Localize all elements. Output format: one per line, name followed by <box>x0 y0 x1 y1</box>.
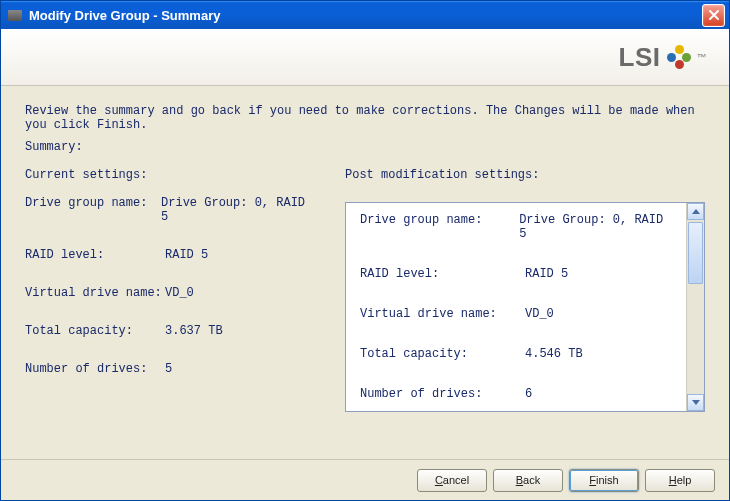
titlebar: Modify Drive Group - Summary <box>1 1 729 29</box>
summary-label: Summary: <box>25 140 705 154</box>
help-button[interactable]: Help <box>645 469 715 492</box>
current-raid-level-row: RAID level: RAID 5 <box>25 248 315 262</box>
field-value: 5 <box>165 362 172 376</box>
field-value: RAID 5 <box>165 248 208 262</box>
field-value: 3.637 TB <box>165 324 223 338</box>
field-value: VD_0 <box>525 307 554 321</box>
field-label: Virtual drive name: <box>360 307 525 321</box>
btn-back-rest: ack <box>523 474 540 486</box>
post-settings-panel: Post modification settings: Drive group … <box>345 168 705 412</box>
post-vd-name-row: Virtual drive name: VD_0 <box>360 307 672 321</box>
current-drives-row: Number of drives: 5 <box>25 362 315 376</box>
scroll-down-button[interactable] <box>687 394 704 411</box>
trademark-icon: ™ <box>697 52 708 63</box>
field-value: Drive Group: 0, RAID 5 <box>161 196 315 224</box>
current-vd-name-row: Virtual drive name: VD_0 <box>25 286 315 300</box>
scroll-up-button[interactable] <box>687 203 704 220</box>
finish-button[interactable]: Finish <box>569 469 639 492</box>
scroll-track[interactable] <box>687 220 704 394</box>
field-value: VD_0 <box>165 286 194 300</box>
close-button[interactable] <box>702 4 725 27</box>
field-value: 4.546 TB <box>525 347 583 361</box>
cancel-button[interactable]: Cancel <box>417 469 487 492</box>
btn-help-rest: elp <box>677 474 692 486</box>
current-settings-panel: Current settings: Drive group name: Driv… <box>25 168 315 412</box>
scrollbar[interactable] <box>686 203 704 411</box>
close-icon <box>708 9 720 21</box>
field-label: Total capacity: <box>25 324 165 338</box>
field-label: RAID level: <box>25 248 165 262</box>
post-drives-row: Number of drives: 6 <box>360 387 672 401</box>
post-settings-content: Drive group name: Drive Group: 0, RAID 5… <box>346 203 686 411</box>
field-label: Total capacity: <box>360 347 525 361</box>
field-label: RAID level: <box>360 267 525 281</box>
field-value: 6 <box>525 387 532 401</box>
logo-bar: LSI ™ <box>1 29 729 86</box>
app-icon <box>7 7 23 23</box>
field-value: Drive Group: 0, RAID 5 <box>519 213 672 241</box>
brand-logo-icon <box>667 45 691 69</box>
content-area: Review the summary and go back if you ne… <box>1 86 729 459</box>
field-label: Drive group name: <box>360 213 519 241</box>
field-label: Drive group name: <box>25 196 161 224</box>
dialog-window: Modify Drive Group - Summary LSI ™ Revie… <box>0 0 730 501</box>
current-capacity-row: Total capacity: 3.637 TB <box>25 324 315 338</box>
back-button[interactable]: Back <box>493 469 563 492</box>
field-label: Virtual drive name: <box>25 286 165 300</box>
btn-finish-rest: inish <box>596 474 619 486</box>
post-drive-group-row: Drive group name: Drive Group: 0, RAID 5 <box>360 213 672 241</box>
post-capacity-row: Total capacity: 4.546 TB <box>360 347 672 361</box>
window-title: Modify Drive Group - Summary <box>29 8 702 23</box>
chevron-down-icon <box>692 400 700 405</box>
post-settings-listbox: Drive group name: Drive Group: 0, RAID 5… <box>345 202 705 412</box>
btn-cancel-rest: ancel <box>443 474 469 486</box>
current-drive-group-row: Drive group name: Drive Group: 0, RAID 5 <box>25 196 315 224</box>
field-value: RAID 5 <box>525 267 568 281</box>
post-settings-heading: Post modification settings: <box>345 168 705 182</box>
chevron-up-icon <box>692 209 700 214</box>
field-label: Number of drives: <box>25 362 165 376</box>
instruction-text: Review the summary and go back if you ne… <box>25 104 705 132</box>
brand-logo-text: LSI <box>619 42 661 73</box>
post-raid-level-row: RAID level: RAID 5 <box>360 267 672 281</box>
scroll-thumb[interactable] <box>688 222 703 284</box>
brand-logo: LSI ™ <box>619 42 707 73</box>
button-bar: Cancel Back Finish Help <box>1 459 729 500</box>
current-settings-heading: Current settings: <box>25 168 315 182</box>
field-label: Number of drives: <box>360 387 525 401</box>
